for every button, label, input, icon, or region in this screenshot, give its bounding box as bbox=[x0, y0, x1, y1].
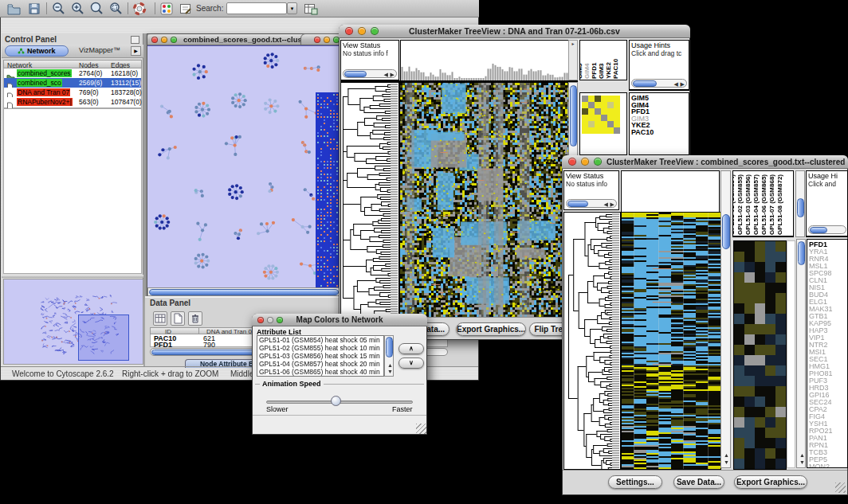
column-label[interactable]: GPL51-06 (GSM865) bbox=[760, 174, 768, 235]
splitter[interactable] bbox=[2, 275, 143, 278]
zoom-heatmap[interactable] bbox=[733, 240, 787, 470]
scroll-left-arrow[interactable]: ◀ bbox=[384, 72, 388, 77]
row-dendrogram[interactable] bbox=[563, 212, 621, 470]
scrollbar-thumb[interactable] bbox=[149, 289, 339, 295]
new-attribute-button[interactable] bbox=[171, 311, 185, 326]
tab-network[interactable]: Network bbox=[5, 45, 69, 57]
network-name[interactable]: RNAPuberNov2+| bbox=[17, 98, 73, 106]
scroll-up-arrow[interactable]: ▲ bbox=[724, 452, 729, 458]
zoom-fit-icon[interactable] bbox=[89, 2, 104, 16]
scroll-down-arrow[interactable]: ▼ bbox=[799, 459, 805, 465]
zoom-window-button[interactable] bbox=[277, 317, 283, 323]
column-label[interactable]: GPL51-03 (GSM856) bbox=[744, 174, 752, 235]
network-table-row[interactable]: combined_scores2764(0)16218(0) bbox=[4, 68, 141, 78]
network-table-row[interactable]: DNA and Tran 07769(0)183728(0) bbox=[4, 88, 141, 97]
minimize-button[interactable] bbox=[161, 37, 167, 43]
column-label[interactable]: GIM3 bbox=[598, 63, 605, 79]
scroll-left-arrow[interactable]: ◀ bbox=[674, 81, 678, 87]
attribute-item[interactable]: GPL51-06 (GSM865) heat shock 40 min bbox=[257, 368, 383, 376]
delete-attribute-button[interactable] bbox=[188, 311, 202, 326]
scrollbar-thumb[interactable] bbox=[722, 214, 730, 249]
save-icon[interactable] bbox=[27, 2, 41, 16]
usage-hints-scrollbar[interactable]: ◀ ▶ bbox=[631, 79, 687, 88]
close-button[interactable] bbox=[151, 37, 158, 43]
table-import-icon[interactable] bbox=[303, 2, 318, 16]
scroll-right-arrow[interactable]: ▶ bbox=[391, 72, 395, 77]
minimize-button[interactable] bbox=[358, 27, 366, 35]
zoom-selected-icon[interactable] bbox=[108, 2, 124, 16]
attribute-list-scrollbar[interactable]: ▲ ▼ bbox=[384, 335, 394, 377]
scroll-down-arrow[interactable]: ▼ bbox=[724, 459, 729, 465]
network-table-row[interactable]: combined_sco2569(6)13112(15) bbox=[4, 78, 141, 88]
network-name[interactable]: DNA and Tran 07 bbox=[17, 88, 70, 96]
export-graphics-button[interactable]: Export Graphics... bbox=[456, 322, 526, 336]
close-button[interactable] bbox=[314, 37, 320, 43]
settings-button[interactable]: Settings... bbox=[608, 475, 662, 489]
zoom-heatmap[interactable] bbox=[582, 96, 620, 134]
close-button[interactable] bbox=[257, 317, 264, 323]
network-name[interactable]: combined_sco bbox=[17, 79, 62, 87]
column-label[interactable]: PFD1 bbox=[591, 63, 598, 79]
tab-overflow-button[interactable]: ▶ bbox=[131, 46, 141, 56]
network-name[interactable]: combined_scores bbox=[17, 69, 72, 77]
zoom-out-icon[interactable] bbox=[51, 2, 66, 16]
column-label[interactable]: GIM4 bbox=[583, 63, 591, 79]
gene-label[interactable]: MON2 bbox=[809, 463, 847, 468]
zoom-window-button[interactable] bbox=[371, 27, 379, 35]
scrollbar-thumb[interactable] bbox=[570, 85, 577, 147]
attribute-item[interactable]: GPL51-04 (GSM857) heat shock 20 min bbox=[257, 360, 383, 368]
scroll-right-arrow[interactable]: ▶ bbox=[681, 81, 685, 87]
view-status-scrollbar[interactable]: ◀ ▶ bbox=[343, 69, 397, 78]
speed-slider-thumb[interactable] bbox=[331, 396, 341, 406]
attribute-item[interactable]: GPL51-02 (GSM855) heat shock 10 min bbox=[257, 344, 383, 352]
attribute-list[interactable]: GPL51-01 (GSM854) heat shock 05 minGPL51… bbox=[257, 335, 384, 377]
attribute-item[interactable]: GPL51-01 (GSM854) heat shock 05 min bbox=[257, 336, 383, 344]
scroll-left-arrow[interactable]: ◀ bbox=[604, 201, 608, 207]
gene-label[interactable]: PAC10 bbox=[631, 129, 689, 136]
export-graphics-button[interactable]: Export Graphics... bbox=[734, 475, 807, 489]
tab-vizmapper[interactable]: VizMapper™ bbox=[72, 45, 128, 57]
minimize-button[interactable] bbox=[267, 317, 273, 323]
column-label[interactable]: GPL51-04 (GSM857) bbox=[752, 174, 760, 235]
table-mode-button[interactable] bbox=[153, 311, 167, 326]
zoom-window-button[interactable] bbox=[594, 158, 602, 166]
move-down-button[interactable]: ∨ bbox=[398, 357, 424, 369]
pane-divider[interactable]: ▸ bbox=[568, 40, 578, 80]
view-status-scrollbar[interactable]: ◀ ▶ bbox=[566, 199, 617, 208]
scrollbar-thumb[interactable] bbox=[633, 80, 657, 87]
help-lifesaver-icon[interactable] bbox=[132, 2, 147, 16]
column-label[interactable]: GPL51-08 (GSM872) bbox=[776, 174, 783, 235]
scroll-right-arrow[interactable]: ▶ bbox=[610, 201, 614, 207]
save-data-button[interactable]: Save Data... bbox=[673, 475, 724, 489]
annotation-icon[interactable] bbox=[179, 2, 193, 16]
column-label[interactable]: GPL51-01 (GSM854) bbox=[732, 174, 736, 235]
column-label[interactable]: PAC10 bbox=[612, 59, 619, 79]
move-up-button[interactable]: ∧ bbox=[398, 343, 424, 354]
close-button[interactable] bbox=[568, 158, 576, 166]
column-label[interactable]: GPL51-02 (GSM855) bbox=[736, 174, 744, 235]
attribute-item[interactable]: GPL51-07 (GSM868) heat shock 60 min bbox=[257, 376, 383, 377]
labels-vscrollbar[interactable] bbox=[795, 170, 805, 237]
scrollbar-thumb[interactable] bbox=[797, 198, 804, 217]
scrollbar-thumb[interactable] bbox=[798, 241, 805, 265]
search-input[interactable] bbox=[226, 2, 287, 14]
zoom-window-button[interactable] bbox=[171, 37, 177, 43]
network-canvas[interactable] bbox=[147, 45, 351, 288]
scrollbar-thumb[interactable] bbox=[386, 337, 393, 357]
usage-hints-scrollbar[interactable] bbox=[808, 225, 846, 234]
zoom-in-icon[interactable] bbox=[70, 2, 85, 16]
global-heatmap[interactable] bbox=[621, 212, 721, 470]
open-folder-icon[interactable] bbox=[6, 2, 22, 16]
heatmap-vscrollbar[interactable]: ▲ ▼ bbox=[720, 170, 731, 468]
global-heatmap[interactable] bbox=[399, 82, 569, 318]
network-hscrollbar[interactable] bbox=[147, 287, 351, 296]
row-dendrogram[interactable] bbox=[340, 82, 399, 318]
search-dropdown-button[interactable]: ▼ bbox=[287, 2, 297, 14]
column-dendrogram[interactable] bbox=[400, 40, 569, 82]
resize-grip[interactable] bbox=[416, 424, 426, 434]
attribute-item[interactable]: GPL51-03 (GSM856) heat shock 15 min bbox=[257, 352, 383, 360]
gene-list-vscrollbar[interactable]: ▲ ▼ bbox=[796, 239, 806, 468]
treeview-combined-titlebar[interactable]: ClusterMaker TreeView : combined_scores_… bbox=[562, 155, 848, 169]
scroll-up-arrow[interactable]: ▲ bbox=[387, 362, 393, 368]
minimize-button[interactable] bbox=[581, 158, 589, 166]
